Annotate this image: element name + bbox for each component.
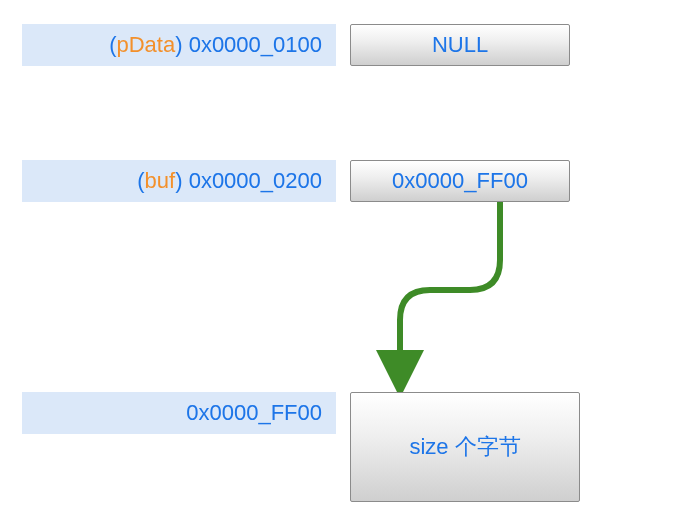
memory-block-label: size 个字节 <box>409 432 520 462</box>
addr-target: 0x0000_FF00 <box>186 400 322 426</box>
memory-block: size 个字节 <box>350 392 580 502</box>
label-target-addr: 0x0000_FF00 <box>22 392 336 434</box>
